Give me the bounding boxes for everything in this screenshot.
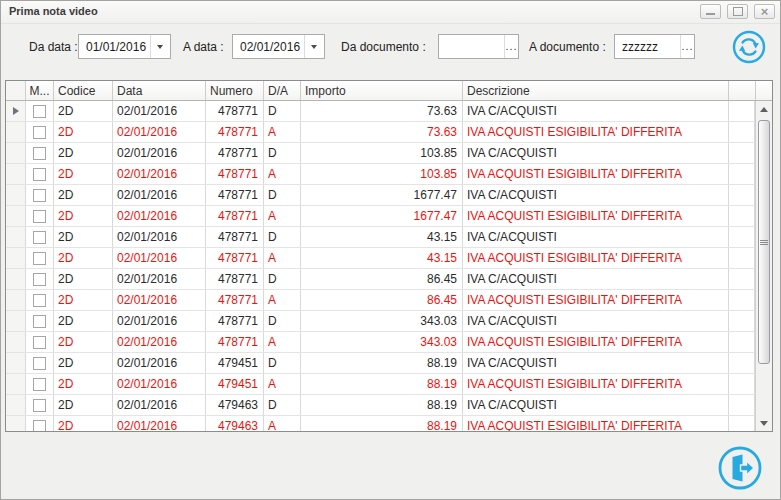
cell-da[interactable]: D [264, 269, 301, 289]
cell-descrizione[interactable]: IVA ACQUISTI ESIGIBILITA' DIFFERITA [463, 374, 729, 394]
scroll-up-button[interactable] [756, 101, 772, 117]
a-data-dropdown-button[interactable] [304, 35, 324, 58]
header-numero[interactable]: Numero [206, 81, 264, 100]
cell-codice[interactable]: 2D [54, 206, 113, 226]
row-checkbox[interactable] [33, 294, 46, 307]
cell-descrizione[interactable]: IVA C/ACQUISTI [463, 185, 729, 205]
cell-codice[interactable]: 2D [54, 269, 113, 289]
cell-descrizione[interactable]: IVA C/ACQUISTI [463, 101, 729, 121]
close-button[interactable]: × [754, 4, 775, 19]
cell-numero[interactable]: 479463 [206, 416, 264, 431]
header-data[interactable]: Data [113, 81, 206, 100]
a-documento-field[interactable]: ... [614, 34, 695, 59]
row-checkbox[interactable] [33, 168, 46, 181]
cell-descrizione[interactable]: IVA C/ACQUISTI [463, 353, 729, 373]
cell-numero[interactable]: 479463 [206, 395, 264, 415]
cell-codice[interactable]: 2D [54, 227, 113, 247]
cell-codice[interactable]: 2D [54, 143, 113, 163]
cell-da[interactable]: A [264, 122, 301, 142]
row-checkbox[interactable] [33, 315, 46, 328]
cell-numero[interactable]: 478771 [206, 143, 264, 163]
cell-data[interactable]: 02/01/2016 [113, 227, 206, 247]
cell-descrizione[interactable]: IVA C/ACQUISTI [463, 143, 729, 163]
cell-da[interactable]: A [264, 416, 301, 431]
cell-importo[interactable]: 86.45 [301, 290, 463, 310]
cell-numero[interactable]: 478771 [206, 248, 264, 268]
cell-data[interactable]: 02/01/2016 [113, 416, 206, 431]
row-checkbox[interactable] [33, 147, 46, 160]
header-codice[interactable]: Codice [54, 81, 113, 100]
cell-da[interactable]: D [264, 353, 301, 373]
cell-importo[interactable]: 88.19 [301, 395, 463, 415]
table-row[interactable]: 2D02/01/2016478771A86.45IVA ACQUISTI ESI… [6, 290, 755, 311]
cell-importo[interactable]: 86.45 [301, 269, 463, 289]
table-row[interactable]: 2D02/01/2016478771A343.03IVA ACQUISTI ES… [6, 332, 755, 353]
cell-numero[interactable]: 478771 [206, 122, 264, 142]
cell-da[interactable]: D [264, 185, 301, 205]
cell-importo[interactable]: 88.19 [301, 416, 463, 431]
cell-data[interactable]: 02/01/2016 [113, 122, 206, 142]
row-checkbox[interactable] [33, 231, 46, 244]
cell-da[interactable]: A [264, 164, 301, 184]
cell-data[interactable]: 02/01/2016 [113, 332, 206, 352]
cell-da[interactable]: D [264, 227, 301, 247]
row-checkbox[interactable] [33, 105, 46, 118]
table-row[interactable]: 2D02/01/2016478771A1677.47IVA ACQUISTI E… [6, 206, 755, 227]
cell-codice[interactable]: 2D [54, 248, 113, 268]
cell-descrizione[interactable]: IVA ACQUISTI ESIGIBILITA' DIFFERITA [463, 122, 729, 142]
row-checkbox[interactable] [33, 273, 46, 286]
table-row[interactable]: 2D02/01/2016478771A43.15IVA ACQUISTI ESI… [6, 248, 755, 269]
row-checkbox[interactable] [33, 336, 46, 349]
cell-importo[interactable]: 73.63 [301, 122, 463, 142]
vertical-scrollbar[interactable] [755, 101, 772, 431]
cell-codice[interactable]: 2D [54, 185, 113, 205]
cell-codice[interactable]: 2D [54, 311, 113, 331]
cell-data[interactable]: 02/01/2016 [113, 374, 206, 394]
cell-descrizione[interactable]: IVA C/ACQUISTI [463, 395, 729, 415]
a-documento-input[interactable] [615, 35, 680, 58]
cell-codice[interactable]: 2D [54, 101, 113, 121]
cell-numero[interactable]: 478771 [206, 269, 264, 289]
cell-codice[interactable]: 2D [54, 374, 113, 394]
a-data-value[interactable]: 02/01/2016 [233, 35, 304, 58]
cell-importo[interactable]: 1677.47 [301, 206, 463, 226]
cell-descrizione[interactable]: IVA ACQUISTI ESIGIBILITA' DIFFERITA [463, 416, 729, 431]
a-data-field[interactable]: 02/01/2016 [232, 34, 325, 59]
row-checkbox[interactable] [33, 210, 46, 223]
cell-importo[interactable]: 1677.47 [301, 185, 463, 205]
header-m[interactable]: M... [26, 81, 54, 100]
cell-da[interactable]: D [264, 395, 301, 415]
cell-data[interactable]: 02/01/2016 [113, 290, 206, 310]
cell-descrizione[interactable]: IVA C/ACQUISTI [463, 227, 729, 247]
row-checkbox[interactable] [33, 399, 46, 412]
cell-codice[interactable]: 2D [54, 332, 113, 352]
cell-descrizione[interactable]: IVA ACQUISTI ESIGIBILITA' DIFFERITA [463, 290, 729, 310]
table-row[interactable]: 2D02/01/2016479451D88.19IVA C/ACQUISTI [6, 353, 755, 374]
header-da[interactable]: D/A [264, 81, 301, 100]
cell-numero[interactable]: 478771 [206, 206, 264, 226]
cell-importo[interactable]: 43.15 [301, 248, 463, 268]
scrollbar-thumb[interactable] [758, 120, 770, 364]
cell-importo[interactable]: 103.85 [301, 164, 463, 184]
da-data-dropdown-button[interactable] [150, 35, 170, 58]
cell-data[interactable]: 02/01/2016 [113, 353, 206, 373]
cell-data[interactable]: 02/01/2016 [113, 269, 206, 289]
table-row[interactable]: 2D02/01/2016478771D1677.47IVA C/ACQUISTI [6, 185, 755, 206]
cell-da[interactable]: D [264, 311, 301, 331]
cell-codice[interactable]: 2D [54, 353, 113, 373]
cell-codice[interactable]: 2D [54, 395, 113, 415]
header-descrizione[interactable]: Descrizione [463, 81, 729, 100]
row-checkbox[interactable] [33, 252, 46, 265]
cell-data[interactable]: 02/01/2016 [113, 311, 206, 331]
cell-codice[interactable]: 2D [54, 122, 113, 142]
row-checkbox[interactable] [33, 420, 46, 432]
cell-descrizione[interactable]: IVA ACQUISTI ESIGIBILITA' DIFFERITA [463, 248, 729, 268]
cell-da[interactable]: D [264, 101, 301, 121]
cell-numero[interactable]: 478771 [206, 332, 264, 352]
cell-da[interactable]: D [264, 143, 301, 163]
table-row[interactable]: 2D02/01/2016478771D73.63IVA C/ACQUISTI [6, 101, 755, 122]
cell-descrizione[interactable]: IVA C/ACQUISTI [463, 311, 729, 331]
table-row[interactable]: 2D02/01/2016478771D86.45IVA C/ACQUISTI [6, 269, 755, 290]
da-data-field[interactable]: 01/01/2016 [78, 34, 171, 59]
minimize-button[interactable] [700, 4, 721, 19]
